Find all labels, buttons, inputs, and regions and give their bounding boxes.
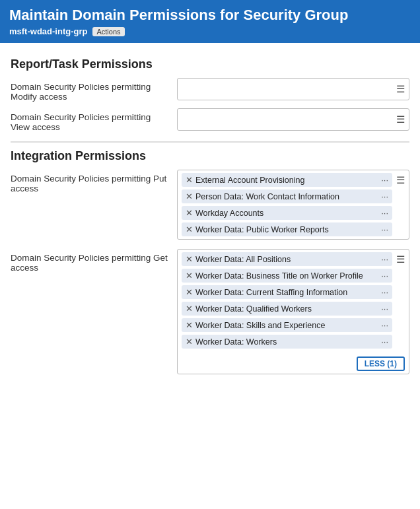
- get-tag-3-dots[interactable]: ···: [381, 287, 388, 297]
- get-tag-2-dots[interactable]: ···: [381, 271, 388, 281]
- put-tag-1-text: External Account Provisioning: [195, 176, 378, 185]
- get-tag-6: ✕ Worker Data: Workers ···: [182, 335, 392, 349]
- page-title: Maintain Domain Permissions for Security…: [9, 7, 411, 24]
- put-tag-3-text: Workday Accounts: [195, 209, 378, 218]
- get-tag-1-dots[interactable]: ···: [381, 254, 388, 264]
- get-tag-2: ✕ Worker Data: Business Title on Worker …: [182, 269, 392, 283]
- integration-section-title: Integration Permissions: [11, 149, 409, 163]
- put-field-row: Domain Security Policies permitting Put …: [11, 170, 409, 240]
- get-tag-5-dots[interactable]: ···: [381, 320, 388, 330]
- put-tag-4-remove[interactable]: ✕: [186, 224, 193, 234]
- get-tag-4-remove[interactable]: ✕: [186, 304, 193, 314]
- put-tag-row: ✕ External Account Provisioning ··· ✕ Pe…: [182, 173, 405, 236]
- put-tag-3-remove[interactable]: ✕: [186, 208, 193, 218]
- get-tag-1-remove[interactable]: ✕: [186, 254, 193, 264]
- less-button[interactable]: LESS (1): [357, 356, 405, 371]
- put-tag-1: ✕ External Account Provisioning ···: [182, 173, 392, 187]
- modify-list-icon[interactable]: ☰: [396, 83, 405, 95]
- get-tag-3-remove[interactable]: ✕: [186, 287, 193, 297]
- view-label: Domain Security Policies permitting View…: [11, 108, 169, 132]
- get-tag-3: ✕ Worker Data: Current Staffing Informat…: [182, 285, 392, 299]
- get-tag-row: ✕ Worker Data: All Positions ··· ✕ Worke…: [182, 252, 405, 349]
- group-name: msft-wdad-intg-grp: [9, 26, 87, 36]
- get-tag-2-text: Worker Data: Business Title on Worker Pr…: [195, 271, 378, 281]
- get-list-icon[interactable]: ☰: [396, 254, 405, 265]
- get-label: Domain Security Policies permitting Get …: [11, 249, 169, 273]
- put-tag-2-dots[interactable]: ···: [381, 191, 388, 201]
- page-header: Maintain Domain Permissions for Security…: [0, 0, 420, 43]
- get-tag-4: ✕ Worker Data: Qualified Workers ···: [182, 302, 392, 316]
- put-tag-4-dots[interactable]: ···: [381, 224, 388, 234]
- get-tag-5: ✕ Worker Data: Skills and Experience ···: [182, 318, 392, 332]
- put-tag-2-text: Person Data: Work Contact Information: [195, 192, 378, 201]
- section-divider: [11, 141, 409, 143]
- get-tag-2-remove[interactable]: ✕: [186, 271, 193, 281]
- view-list-icon[interactable]: ☰: [396, 114, 405, 125]
- get-tag-container: ✕ Worker Data: All Positions ··· ✕ Worke…: [177, 249, 409, 374]
- get-field-row: Domain Security Policies permitting Get …: [11, 249, 409, 374]
- put-tags-list: ✕ External Account Provisioning ··· ✕ Pe…: [182, 173, 392, 236]
- get-tag-4-dots[interactable]: ···: [381, 304, 388, 314]
- put-tag-1-remove[interactable]: ✕: [186, 175, 193, 185]
- put-tag-3-dots[interactable]: ···: [381, 208, 388, 218]
- view-field-row: Domain Security Policies permitting View…: [11, 108, 409, 132]
- get-tag-4-text: Worker Data: Qualified Workers: [195, 304, 378, 314]
- modify-input[interactable]: ☰: [177, 78, 409, 100]
- get-tag-6-dots[interactable]: ···: [381, 337, 388, 347]
- put-tag-1-dots[interactable]: ···: [381, 175, 388, 185]
- put-tag-4-text: Worker Data: Public Worker Reports: [195, 225, 378, 234]
- get-tags-list: ✕ Worker Data: All Positions ··· ✕ Worke…: [182, 252, 392, 349]
- put-tag-2: ✕ Person Data: Work Contact Information …: [182, 189, 392, 203]
- put-tag-2-remove[interactable]: ✕: [186, 191, 193, 201]
- get-tag-1: ✕ Worker Data: All Positions ···: [182, 252, 392, 266]
- view-input[interactable]: ☰: [177, 108, 409, 131]
- modify-label: Domain Security Policies permitting Modi…: [11, 78, 169, 102]
- get-tag-5-remove[interactable]: ✕: [186, 320, 193, 330]
- get-tag-6-remove[interactable]: ✕: [186, 337, 193, 347]
- get-tag-3-text: Worker Data: Current Staffing Informatio…: [195, 288, 378, 297]
- get-tag-1-text: Worker Data: All Positions: [195, 255, 378, 264]
- main-content: Report/Task Permissions Domain Security …: [0, 43, 420, 390]
- get-tag-6-text: Worker Data: Workers: [195, 337, 378, 347]
- actions-badge[interactable]: Actions: [92, 27, 124, 36]
- modify-field-row: Domain Security Policies permitting Modi…: [11, 78, 409, 102]
- report-task-section-title: Report/Task Permissions: [11, 57, 409, 71]
- put-tag-container: ✕ External Account Provisioning ··· ✕ Pe…: [177, 170, 409, 240]
- get-tag-5-text: Worker Data: Skills and Experience: [195, 321, 378, 330]
- put-label: Domain Security Policies permitting Put …: [11, 170, 169, 193]
- put-tag-4: ✕ Worker Data: Public Worker Reports ···: [182, 222, 392, 236]
- put-tag-3: ✕ Workday Accounts ···: [182, 206, 392, 220]
- put-list-icon[interactable]: ☰: [396, 174, 405, 186]
